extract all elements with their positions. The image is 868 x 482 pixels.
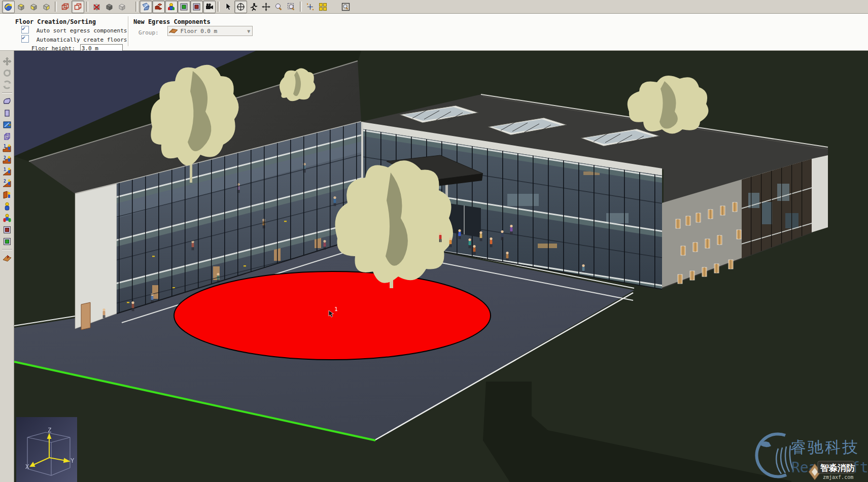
view-top-icon xyxy=(17,3,25,11)
sidebar-separator xyxy=(2,249,12,250)
hide-objects-icon xyxy=(92,3,101,11)
show-doors-button[interactable] xyxy=(190,1,203,13)
add-occupant-tool[interactable] xyxy=(2,201,13,212)
exit-door-tool-icon xyxy=(3,237,12,246)
show-exit-doors-button[interactable] xyxy=(178,1,190,13)
show-occupants-button[interactable] xyxy=(165,1,178,13)
toolbar-separator xyxy=(218,2,220,12)
auto-sort-checkbox[interactable] xyxy=(21,26,29,33)
view-top-button[interactable] xyxy=(15,1,27,13)
polygon-room-icon xyxy=(3,97,12,106)
badge-name-cn: 智淼消防 xyxy=(820,463,855,473)
stairs-one-point-tool[interactable]: 1 xyxy=(2,143,13,154)
hide-objects-button[interactable] xyxy=(90,1,103,13)
view-side-icon xyxy=(42,3,51,11)
exit-door-tool[interactable] xyxy=(2,236,13,247)
ribbon-panel: Floor Creation/Sorting Auto sort egress … xyxy=(0,14,868,51)
ramp-one-badge: 1 xyxy=(4,167,6,172)
run-simulation-button[interactable] xyxy=(247,1,260,13)
grid-yellow-icon xyxy=(319,3,327,11)
stairs-one-icon: 1 xyxy=(3,144,12,153)
floor-icon xyxy=(169,27,178,35)
zoom-fit-icon xyxy=(341,3,350,11)
probe-tool-button[interactable] xyxy=(304,1,317,13)
group-combobox[interactable]: Floor 0.0 m ▼ xyxy=(167,26,253,36)
view-front-icon xyxy=(29,3,38,11)
pan-view-tool[interactable] xyxy=(2,56,13,67)
tool-sidebar: 1 2 1 2 xyxy=(0,51,14,482)
door-icon xyxy=(192,3,201,11)
right-end-pier xyxy=(812,155,828,232)
egress-panel-title: New Egress Components xyxy=(133,18,211,25)
stairs-two-point-tool[interactable]: 2 xyxy=(2,154,13,165)
toolbar-separator xyxy=(86,2,88,12)
floor-panel-title: Floor Creation/Sorting xyxy=(15,18,96,25)
zoom-box-icon xyxy=(287,3,296,11)
reset-view-icon xyxy=(4,3,13,11)
move-tool-button[interactable] xyxy=(260,1,272,13)
view-front-button[interactable] xyxy=(27,1,40,13)
floor-move-icon xyxy=(3,254,12,263)
ramp-two-point-tool[interactable]: 2 xyxy=(2,178,13,189)
ramp-two-icon: 2 xyxy=(3,179,12,188)
scene-viewport[interactable]: 1 Z Y X 睿驰科技 Reachsoft xyxy=(14,51,868,482)
rectangle-room-icon xyxy=(3,109,12,118)
axis-z-label: Z xyxy=(48,427,51,434)
stairs-two-icon: 2 xyxy=(3,155,12,164)
orbit-tool-button[interactable] xyxy=(234,1,247,13)
exit-door-icon xyxy=(180,3,188,11)
shade-dark-button[interactable] xyxy=(103,1,116,13)
exterior-door[interactable] xyxy=(81,302,90,330)
floor-move-tool[interactable] xyxy=(2,253,13,264)
refinement-icon xyxy=(154,3,163,11)
camera-icon xyxy=(205,3,214,11)
axis-gizmo[interactable]: Z Y X xyxy=(16,417,77,482)
toolbar-separator xyxy=(135,2,137,12)
roll-view-tool[interactable] xyxy=(2,79,13,90)
axis-x-label: X xyxy=(25,463,29,470)
polygon-room-tool[interactable] xyxy=(2,96,13,107)
occupant-door-tool[interactable] xyxy=(2,189,13,200)
wireframe-mode-button[interactable] xyxy=(59,1,72,13)
combobox-arrow-icon[interactable]: ▼ xyxy=(247,28,251,34)
edit-geometry-tool[interactable] xyxy=(2,119,13,130)
show-cameras-button[interactable] xyxy=(203,1,216,13)
solid-mode-button[interactable] xyxy=(72,1,84,13)
show-materials-button[interactable] xyxy=(140,1,152,13)
reset-view-button[interactable] xyxy=(2,1,15,13)
roll-view-icon xyxy=(3,80,12,89)
edit-geometry-icon xyxy=(3,120,12,129)
stairs-one-badge: 1 xyxy=(4,144,6,149)
occupant-group-icon xyxy=(3,214,12,223)
zoom-box-tool-button[interactable] xyxy=(285,1,298,13)
select-tool-button[interactable] xyxy=(222,1,234,13)
badge-url: zmjaxf.com xyxy=(823,474,853,480)
extrude-tool[interactable] xyxy=(2,131,13,142)
group-label: Group: xyxy=(138,29,159,36)
shade-light-button[interactable] xyxy=(116,1,128,13)
cursor-badge: 1 xyxy=(334,306,338,313)
auto-create-floors-checkbox[interactable] xyxy=(21,35,29,43)
zoom-icon xyxy=(274,3,283,11)
door-tool[interactable] xyxy=(2,224,13,235)
view-side-button[interactable] xyxy=(40,1,53,13)
zoom-tool-button[interactable] xyxy=(272,1,285,13)
zoom-fit-button[interactable] xyxy=(339,1,352,13)
door-tool-icon xyxy=(3,225,12,234)
runner-icon xyxy=(249,3,258,11)
occupant-door-icon xyxy=(3,190,12,199)
pathfinder-window: { "toolbar": { "buttons": [ {"name":"res… xyxy=(0,0,868,482)
occupants-icon xyxy=(167,3,176,11)
orbit-view-tool[interactable] xyxy=(2,67,13,79)
probe-icon xyxy=(306,3,315,11)
show-refinement-button[interactable] xyxy=(152,1,165,13)
rectangle-room-tool[interactable] xyxy=(2,108,13,119)
cursor-icon xyxy=(224,3,232,11)
add-occupant-group-tool[interactable] xyxy=(2,213,13,224)
view-grid-button[interactable] xyxy=(317,1,329,13)
wireframe-icon xyxy=(61,3,70,11)
ramp-one-point-tool[interactable]: 1 xyxy=(2,166,13,177)
stairs-two-badge: 2 xyxy=(4,156,6,160)
auto-sort-label: Auto sort egress components xyxy=(37,27,127,34)
ramp-one-icon: 1 xyxy=(3,167,12,176)
